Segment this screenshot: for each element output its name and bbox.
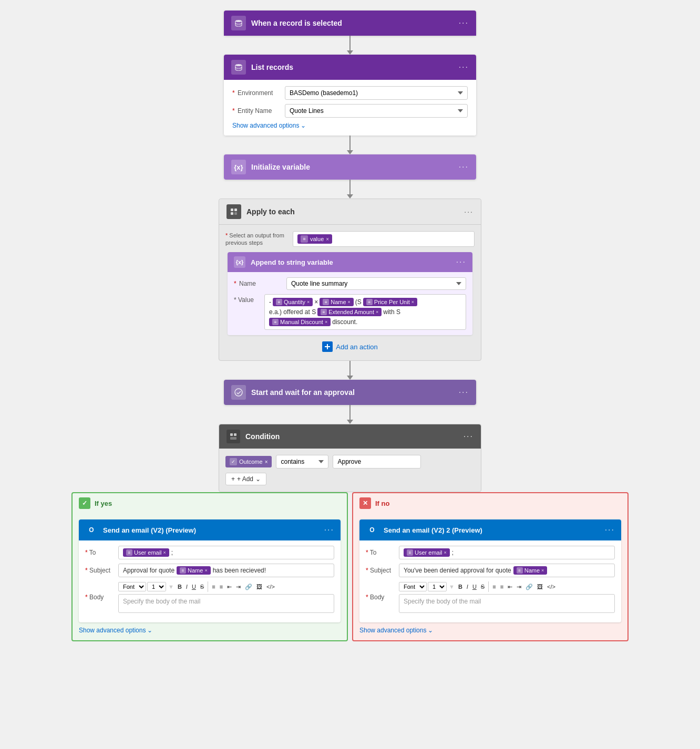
name-select[interactable]: Quote line summary [286,277,466,290]
braces-icon: {x} [231,160,246,174]
size-select-yes[interactable]: 12 [147,582,166,591]
font-select-yes[interactable]: Font [118,582,146,591]
value-content[interactable]: - ≡ Quantity × × ≡ Name × [264,294,466,330]
underline-btn-no[interactable]: U [471,583,478,590]
name-row: * Name Quote line summary [234,277,466,290]
num-btn-yes[interactable]: ≡ [218,583,224,590]
email-no-title: Send an email (V2) 2 (Preview) [384,526,482,534]
indent-left-btn-no[interactable]: ⇤ [506,583,514,591]
email-yes-subject-field[interactable]: Approval for quote ≡ Name × has been rec… [118,564,334,577]
if-no-body: O Send an email (V2) 2 (Preview) ··· * T… [353,513,627,640]
email-yes-menu[interactable]: ··· [324,525,334,535]
show-advanced-no[interactable]: Show advanced options ⌄ [359,627,621,634]
svg-rect-8 [234,433,236,436]
email-yes-to-row: * To ≡ User email × ; [85,546,334,559]
add-action-button[interactable]: Add an action [225,341,475,352]
list-records-menu[interactable]: ··· [459,63,469,72]
strikethrough-btn-no[interactable]: S [479,583,486,590]
append-string-body: * Name Quote line summary * Value - ≡ Qu… [228,272,472,335]
indent-left-btn-yes[interactable]: ⇤ [225,583,233,591]
email-no-to-field[interactable]: ≡ User email × ; [399,546,615,559]
if-yes-body: O Send an email (V2) (Preview) ··· * To … [73,513,347,640]
approval-icon [231,385,246,400]
email-no-menu[interactable]: ··· [605,525,615,535]
bold-btn-no[interactable]: B [457,583,464,590]
indent-right-btn-yes[interactable]: ⇥ [234,583,242,591]
no-icon: ✕ [359,497,371,509]
italic-btn-yes[interactable]: I [184,583,189,590]
select-output-label: * Select an output fromprevious steps [225,232,289,247]
value-row: * Value - ≡ Quantity × × ≡ Name [234,294,466,330]
apply-each-header: Apply to each ··· [219,199,481,225]
condition-card: Condition ··· ✓ Outcome × contains + + A… [219,424,481,492]
database-icon [231,16,246,30]
apply-each-body: * Select an output fromprevious steps ≡ … [219,225,481,360]
extended-amount-tag: ≡ Extended Amount × [317,308,382,316]
email-no-to-row: * To ≡ User email × ; [366,546,615,559]
condition-menu[interactable]: ··· [464,432,473,441]
value-tag-close[interactable]: × [326,236,329,242]
bold-btn-yes[interactable]: B [176,583,183,590]
entity-select[interactable]: Quote Lines [285,104,468,118]
if-yes-header: ✓ If yes [73,493,347,513]
email-yes-to-field[interactable]: ≡ User email × ; [118,546,334,559]
italic-btn-no[interactable]: I [465,583,470,590]
when-record-menu[interactable]: ··· [459,18,469,28]
strikethrough-btn-yes[interactable]: S [199,583,205,590]
add-condition-button[interactable]: + + Add ⌄ [225,473,266,485]
o365-no-icon: O [366,524,378,536]
email-no-subject-row: * Subject You've been denied approval fo… [366,564,615,577]
environment-select[interactable]: BASDemo (basedemo1) [285,86,468,100]
start-approval-menu[interactable]: ··· [459,388,469,397]
indent-right-btn-no[interactable]: ⇥ [515,583,523,591]
image-btn-no[interactable]: 🖼 [536,583,544,590]
email-yes-body-text[interactable]: Specify the body of the mail [118,594,334,613]
subject-name-tag-no: ≡ Name × [513,566,548,575]
font-select-no[interactable]: Font [399,582,427,591]
svg-rect-3 [234,209,237,211]
code-btn-no[interactable]: </> [545,583,557,590]
image-btn-yes[interactable]: 🖼 [255,583,264,590]
append-string-menu[interactable]: ··· [456,257,466,267]
email-no-subject-field[interactable]: You've been denied approval for quote ≡ … [399,564,615,577]
user-email-tag: ≡ User email × [123,548,169,557]
show-advanced-yes[interactable]: Show advanced options ⌄ [79,627,341,634]
append-icon: {x} [234,256,245,268]
email-yes-subject-row: * Subject Approval for quote ≡ Name × ha… [85,564,334,577]
email-no-subject-label: * Subject [366,567,395,574]
outcome-icon: ✓ [230,458,237,465]
email-no-body-row: * Body Font 12 ▼ [366,581,615,613]
underline-btn-yes[interactable]: U [190,583,198,590]
email-yes-title: Send an email (V2) (Preview) [103,526,196,534]
init-variable-menu[interactable]: ··· [459,162,469,172]
svg-rect-7 [230,433,233,436]
email-yes-body-label: * Body [85,594,114,601]
apply-each-icon [227,204,241,219]
condition-title: Condition [245,432,280,441]
bullet-btn-yes[interactable]: ≡ [210,583,217,590]
select-output-field[interactable]: ≡ value × [293,231,475,247]
link-btn-no[interactable]: 🔗 [524,583,534,591]
size-select-no[interactable]: 12 [428,582,447,591]
condition-value[interactable] [333,455,421,469]
bullet-btn-no[interactable]: ≡ [491,583,497,590]
environment-label: * Environment [232,89,280,97]
code-btn-yes[interactable]: </> [265,583,276,590]
email-yes-to-label: * To [85,549,114,556]
condition-row: ✓ Outcome × contains [225,455,475,469]
email-no-body-text[interactable]: Specify the body of the mail [399,594,615,613]
apply-each-menu[interactable]: ··· [464,207,473,216]
condition-operator[interactable]: contains [276,455,328,469]
yes-icon: ✓ [79,497,90,509]
email-yes-toolbar: Font 12 ▼ B I U S [118,581,334,592]
svg-rect-9 [230,437,236,440]
link-btn-yes[interactable]: 🔗 [243,583,254,591]
quantity-tag: ≡ Quantity × [273,298,313,306]
entity-name-row: * Entity Name Quote Lines [232,104,468,118]
list-records-title: List records [251,63,293,71]
o365-yes-icon: O [85,524,98,536]
show-advanced-link[interactable]: Show advanced options ⌄ [232,122,468,129]
num-btn-no[interactable]: ≡ [499,583,505,590]
outcome-tag-close[interactable]: × [265,459,268,465]
manual-discount-tag: ≡ Manual Discount × [269,318,331,326]
